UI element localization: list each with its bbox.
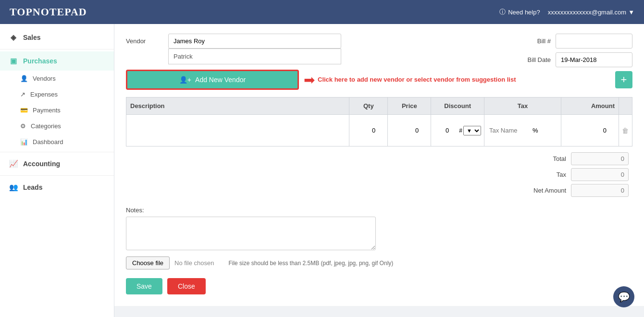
- vendor-label: Vendor: [126, 37, 164, 45]
- sidebar-item-categories[interactable]: ⚙ Categories: [0, 118, 114, 134]
- td-discount: # ▼: [431, 115, 484, 146]
- add-vendor-label: Add New Vendor: [195, 76, 246, 84]
- logo: TopNotepad: [10, 6, 87, 18]
- sidebar-purchases-label: Purchases: [23, 57, 57, 65]
- notes-label: Notes:: [126, 207, 632, 214]
- td-qty: [349, 115, 388, 146]
- amount-input[interactable]: [564, 125, 616, 136]
- totals-section: Total 0 Tax 0 Net Amount 0: [126, 146, 632, 199]
- qty-input[interactable]: [352, 125, 384, 136]
- bill-section: Bill # Bill Date +: [469, 34, 632, 92]
- form-top-row: Vendor Patrick: [126, 34, 632, 92]
- total-value: 0: [571, 152, 629, 165]
- th-amount: Amount: [561, 98, 619, 115]
- sidebar-item-accounting[interactable]: 📈 Accounting: [0, 154, 114, 173]
- vendor-input[interactable]: [168, 34, 341, 49]
- action-buttons: Save Close: [126, 278, 632, 294]
- vendor-section: Vendor Patrick: [126, 34, 458, 90]
- payments-icon: 💳: [20, 107, 28, 114]
- total-label: Total: [518, 155, 566, 162]
- dashboard-label: Dashboard: [33, 138, 63, 146]
- vendor-field-row: Vendor Patrick: [126, 34, 458, 49]
- table-body: # ▼ %: [126, 115, 632, 146]
- th-tax: Tax: [484, 98, 561, 115]
- choose-file-button[interactable]: Choose file: [126, 256, 170, 269]
- bill-number-row: Bill #: [469, 34, 632, 49]
- add-row-button[interactable]: +: [615, 71, 632, 88]
- sidebar-item-payments[interactable]: 💳 Payments: [0, 102, 114, 118]
- th-description: Description: [126, 98, 349, 115]
- chat-icon: 💬: [618, 291, 630, 303]
- th-actions: [619, 98, 632, 115]
- price-input[interactable]: [391, 125, 428, 136]
- add-new-vendor-button[interactable]: 👤+ Add New Vendor: [126, 70, 299, 90]
- tooltip-text: Click here to add new vendor or select v…: [318, 75, 452, 84]
- bill-date-input[interactable]: [556, 52, 632, 67]
- sidebar-item-dashboard[interactable]: 📊 Dashboard: [0, 134, 114, 150]
- expenses-icon: ↗: [20, 91, 25, 98]
- form-container: Vendor Patrick: [114, 24, 644, 306]
- dropdown-arrow-icon: ▼: [628, 9, 634, 16]
- payments-label: Payments: [33, 107, 61, 114]
- sidebar-item-vendors[interactable]: 👤 Vendors: [0, 71, 114, 86]
- tax-percent-symbol: %: [533, 127, 538, 134]
- no-file-text: No file chosen: [174, 259, 214, 267]
- close-button[interactable]: Close: [167, 278, 206, 294]
- autocomplete-option-patrick[interactable]: Patrick: [169, 49, 341, 64]
- notes-section: Notes:: [126, 207, 632, 252]
- top-header: TopNotepad ⓘ Need help? xxxxxxxxxxxxxx@g…: [0, 0, 644, 24]
- right-nav: ⓘ Need help? xxxxxxxxxxxxxx@gmail.com ▼: [499, 8, 634, 16]
- sidebar-item-leads[interactable]: 👥 Leads: [0, 178, 114, 197]
- sidebar-accounting-label: Accounting: [23, 160, 60, 168]
- expenses-label: Expenses: [30, 91, 58, 98]
- help-link[interactable]: ⓘ Need help?: [499, 8, 540, 16]
- arrow-right-icon: ➡: [304, 72, 315, 88]
- autocomplete-wrapper: Patrick: [168, 34, 341, 49]
- description-input[interactable]: [129, 118, 346, 142]
- items-table: Description Qty Price Discount Tax Amoun…: [126, 97, 632, 146]
- td-description: [126, 115, 349, 146]
- sales-icon: ◈: [9, 33, 18, 42]
- add-vendor-icon: 👤+: [179, 76, 191, 84]
- sidebar-item-sales[interactable]: ◈ Sales: [0, 28, 114, 47]
- help-icon: ⓘ: [499, 8, 506, 16]
- help-label: Need help?: [508, 9, 540, 16]
- net-amount-value: 0: [571, 184, 629, 197]
- net-amount-row: Net Amount 0: [518, 184, 629, 197]
- th-discount: Discount: [431, 98, 484, 115]
- content-area: Vendor Patrick: [114, 24, 644, 317]
- user-menu[interactable]: xxxxxxxxxxxxxx@gmail.com ▼: [548, 9, 634, 16]
- th-price: Price: [388, 98, 431, 115]
- user-email: xxxxxxxxxxxxxx@gmail.com: [548, 9, 626, 16]
- tax-name-input[interactable]: [487, 125, 531, 136]
- discount-type-select[interactable]: ▼: [463, 126, 481, 135]
- file-hint: File size should be less than 2.5MB (pdf…: [228, 260, 393, 267]
- tooltip-callout: ➡ Click here to add new vendor or select…: [304, 72, 452, 88]
- add-vendor-row: 👤+ Add New Vendor ➡ Click here to add ne…: [126, 70, 458, 90]
- notes-input[interactable]: [126, 217, 376, 250]
- leads-icon: 👥: [9, 183, 18, 192]
- save-button[interactable]: Save: [126, 278, 162, 294]
- add-vendor-wrapper: 👤+ Add New Vendor: [126, 70, 299, 90]
- th-qty: Qty: [349, 98, 388, 115]
- discount-input[interactable]: [434, 125, 458, 136]
- bill-number-input[interactable]: [556, 34, 632, 49]
- chat-bubble[interactable]: 💬: [613, 286, 634, 307]
- td-tax: %: [484, 115, 561, 146]
- td-delete: 🗑: [619, 115, 632, 146]
- tax-value: 0: [571, 168, 629, 181]
- bill-date-row: Bill Date: [469, 52, 632, 67]
- sidebar-leads-label: Leads: [23, 183, 42, 191]
- sidebar-item-expenses[interactable]: ↗ Expenses: [0, 86, 114, 102]
- delete-row-icon[interactable]: 🗑: [622, 127, 629, 134]
- dashboard-icon: 📊: [20, 138, 28, 146]
- td-amount: [561, 115, 619, 146]
- autocomplete-dropdown: Patrick: [168, 49, 341, 64]
- table-row: # ▼ %: [126, 115, 632, 146]
- bill-number-label: Bill #: [512, 37, 551, 45]
- accounting-icon: 📈: [9, 159, 18, 169]
- categories-icon: ⚙: [20, 122, 26, 130]
- table-header: Description Qty Price Discount Tax Amoun…: [126, 98, 632, 115]
- sidebar-sales-label: Sales: [23, 34, 41, 41]
- sidebar-item-purchases[interactable]: ▣ Purchases: [0, 51, 114, 71]
